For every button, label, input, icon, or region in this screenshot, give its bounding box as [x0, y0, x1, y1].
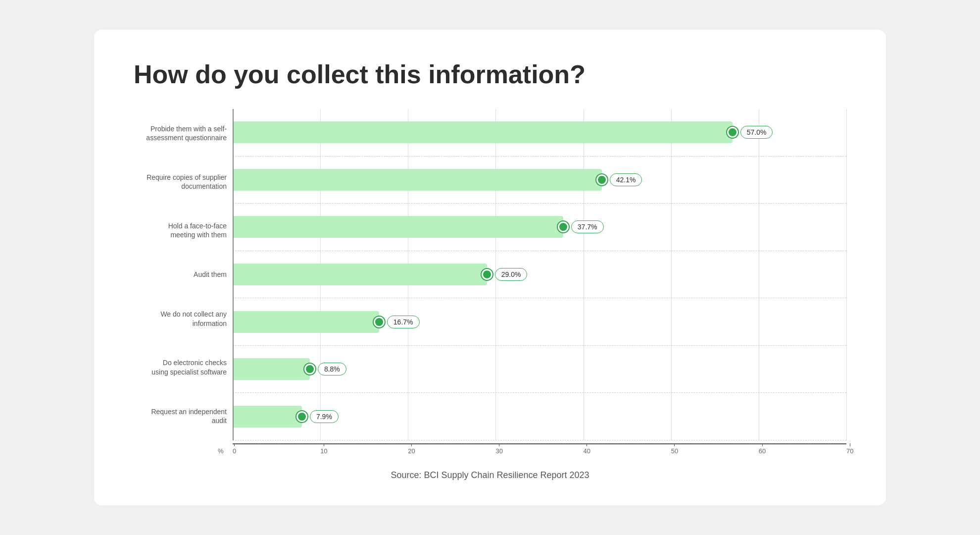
bar-fill-1 [233, 169, 602, 191]
bar-row-1: 42.1% [233, 157, 846, 204]
bar-row-6: 7.9% [233, 393, 846, 440]
bar-fill-0 [233, 121, 733, 143]
x-tick-60: 60 [759, 443, 766, 455]
bar-dot-6 [296, 411, 307, 422]
x-tick-mark-40 [587, 443, 587, 446]
y-label-3: Audit them [134, 270, 233, 279]
x-tick-label-10: 10 [320, 447, 327, 455]
y-label-0: Probide them with a self-assessment ques… [134, 124, 233, 142]
bar-row-0: 57.0% [233, 109, 846, 157]
bar-track-1 [233, 169, 602, 191]
x-tick-70: 70 [846, 443, 853, 455]
bar-value-label-1: 42.1% [610, 173, 642, 186]
bar-fill-2 [233, 216, 563, 238]
x-tick-mark-20 [411, 443, 412, 446]
x-tick-0: 0 [233, 443, 236, 455]
bar-value-label-2: 37.7% [571, 220, 604, 233]
bar-track-4 [233, 311, 379, 333]
bar-row-2: 37.7% [233, 204, 846, 251]
x-tick-label-60: 60 [759, 447, 766, 455]
x-tick-40: 40 [584, 443, 590, 455]
bars-rows: 57.0%42.1%37.7%29.0%16.7%8.8%7.9% [233, 109, 846, 440]
y-label-4: We do not collect anyinformation [134, 310, 233, 327]
x-tick-10: 10 [320, 443, 327, 455]
y-labels: Probide them with a self-assessment ques… [134, 109, 233, 460]
y-label-1: Require copies of supplierdocumentation [134, 173, 233, 191]
chart-title: How do you collect this information? [134, 59, 846, 89]
bar-row-4: 16.7% [233, 298, 846, 346]
x-tick-label-50: 50 [671, 447, 678, 455]
x-tick-mark-0 [234, 443, 235, 446]
source-text: Source: BCI Supply Chain Resilience Repo… [134, 470, 846, 481]
bar-value-label-6: 7.9% [310, 410, 339, 423]
bar-value-label-5: 8.8% [318, 363, 346, 375]
chart-body: 57.0%42.1%37.7%29.0%16.7%8.8%7.9% % 0102… [233, 109, 846, 460]
x-tick-label-30: 30 [495, 447, 502, 455]
bar-row-3: 29.0% [233, 251, 846, 299]
chart-card: How do you collect this information? Pro… [94, 30, 886, 505]
bar-dot-1 [596, 174, 607, 185]
bar-fill-3 [233, 264, 487, 285]
bar-row-5: 8.8% [233, 346, 846, 393]
bar-track-2 [233, 216, 563, 238]
x-tick-50: 50 [671, 443, 678, 455]
x-tick-mark-60 [762, 443, 763, 446]
bar-fill-6 [233, 406, 302, 428]
y-label-5: Do electronic checksusing specialist sof… [134, 358, 233, 376]
bar-dot-5 [304, 364, 315, 374]
x-tick-mark-50 [674, 443, 675, 446]
bar-fill-5 [233, 358, 310, 380]
bar-value-label-4: 16.7% [387, 316, 420, 328]
bar-dot-0 [727, 127, 738, 138]
y-label-2: Hold a face-to-facemeeting with them [134, 221, 233, 239]
x-tick-label-20: 20 [408, 447, 415, 455]
y-axis-line [233, 109, 234, 440]
bar-track-0 [233, 121, 733, 143]
x-tick-mark-30 [499, 443, 499, 446]
bar-dot-2 [558, 221, 569, 232]
x-tick-mark-70 [850, 443, 850, 446]
x-axis-row: % 010203040506070 [233, 440, 846, 460]
chart-area: Probide them with a self-assessment ques… [134, 109, 846, 481]
x-tick-mark-10 [324, 443, 324, 446]
x-tick-label-40: 40 [584, 447, 590, 455]
bar-dot-3 [482, 269, 492, 280]
percent-label: % [218, 447, 224, 455]
bar-value-label-0: 57.0% [740, 126, 773, 139]
bar-track-3 [233, 264, 487, 285]
bars-container: Probide them with a self-assessment ques… [134, 109, 846, 460]
x-tick-30: 30 [495, 443, 502, 455]
x-tick-label-0: 0 [233, 447, 236, 455]
bar-value-label-3: 29.0% [495, 268, 528, 281]
bar-fill-4 [233, 311, 379, 333]
bar-track-5 [233, 358, 310, 380]
bar-track-6 [233, 406, 302, 428]
y-label-6: Request an independentaudit [134, 407, 233, 425]
bar-dot-4 [374, 317, 385, 327]
x-tick-20: 20 [408, 443, 415, 455]
x-tick-label-70: 70 [846, 447, 853, 455]
grid-line-70 [846, 109, 847, 440]
